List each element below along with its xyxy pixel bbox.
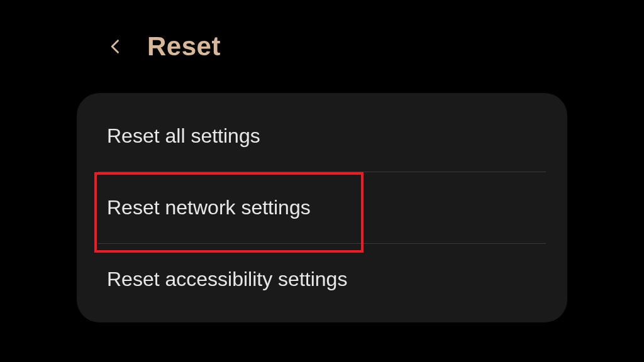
header: Reset — [77, 31, 567, 62]
back-icon[interactable] — [107, 38, 125, 55]
reset-options-card: Reset all settings Reset network setting… — [77, 93, 567, 322]
list-item-label: Reset all settings — [107, 124, 260, 147]
reset-network-settings-item[interactable]: Reset network settings — [77, 172, 567, 243]
page-title: Reset — [147, 31, 221, 62]
reset-all-settings-item[interactable]: Reset all settings — [77, 101, 567, 172]
list-item-label: Reset network settings — [107, 196, 311, 219]
settings-screen: Reset Reset all settings Reset network s… — [77, 0, 567, 362]
list-item-label: Reset accessibility settings — [107, 268, 347, 290]
reset-accessibility-settings-item[interactable]: Reset accessibility settings — [77, 244, 567, 315]
